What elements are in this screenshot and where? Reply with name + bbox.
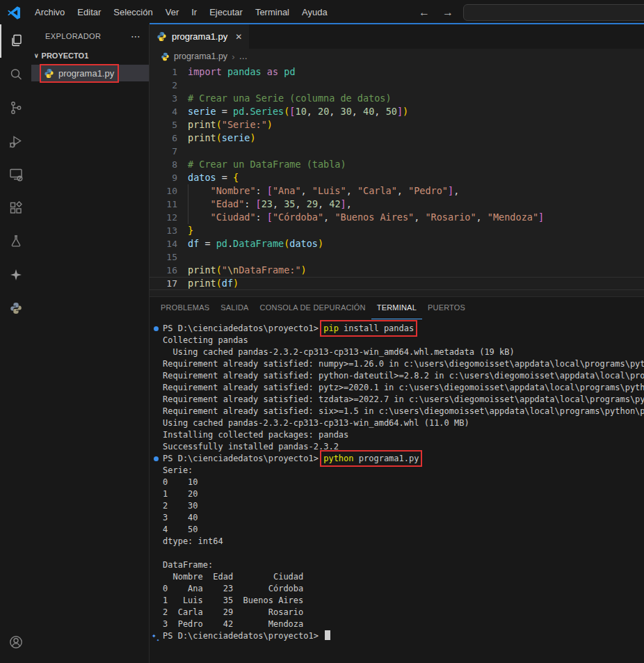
panel-tab-terminal[interactable]: TERMINAL	[371, 297, 422, 319]
menu-ver[interactable]: Ver	[159, 0, 186, 24]
terminal-text-group: Serie:	[163, 465, 193, 475]
code-editor[interactable]: 1import pandas as pd23# Crear una Serie …	[150, 64, 644, 296]
token	[261, 66, 267, 77]
token: )	[403, 106, 408, 117]
token: "Nombre"	[211, 185, 256, 196]
remote-explorer-icon[interactable]	[0, 158, 31, 191]
code-text: "Edad": [23, 35, 29, 42],	[188, 198, 352, 211]
source-control-icon[interactable]	[0, 91, 31, 125]
terminal-text-group: Using cached pandas-2.3.2-cp313-cp313-wi…	[163, 418, 469, 428]
run-debug-icon[interactable]	[0, 125, 31, 158]
menu-archivo[interactable]: Archivo	[29, 0, 71, 24]
terminal-line: DataFrame:	[154, 559, 644, 571]
breadcrumb[interactable]: programa1.py › …	[150, 49, 644, 64]
terminal-text: 3 Pedro 42 Mendoza	[163, 619, 303, 629]
code-line-8: 8# Crear un DataFrame (tabla)	[150, 158, 644, 171]
terminal-text-group: 3 40	[163, 513, 198, 522]
menu-bar: ArchivoEditarSelecciónVerIrEjecutarTermi…	[29, 0, 334, 24]
nav-forward-button[interactable]: →	[442, 6, 453, 19]
sidebar-folder-proyecto1[interactable]: ∨ PROYECTO1	[31, 48, 149, 63]
panel-tab-problemas[interactable]: PROBLEMAS	[155, 297, 215, 319]
terminal-text-group: 2 30	[163, 501, 198, 511]
terminal-line: 4 50	[154, 524, 644, 536]
indent-guide	[188, 184, 188, 198]
code-line-13: 13}	[150, 224, 644, 237]
panel-tab-consola-de-depuracio-n[interactable]: CONSOLA DE DEPURACIÓN	[255, 297, 371, 319]
terminal-text: install pandas	[339, 323, 414, 333]
code-text: "Nombre": ["Ana", "Luis", "Carla", "Pedr…	[188, 184, 459, 198]
token: (	[216, 264, 222, 275]
menu-ir[interactable]: Ir	[185, 0, 203, 24]
token: "Ana"	[273, 185, 301, 196]
nav-back-button[interactable]: ←	[419, 6, 430, 19]
testing-icon[interactable]	[0, 225, 31, 258]
command-center-search[interactable]	[463, 4, 644, 21]
token: :	[256, 211, 267, 223]
terminal-line: Requirement already satisfied: tzdata>=2…	[154, 394, 644, 406]
terminal-text: 2 Carla 29 Rosario	[163, 607, 303, 617]
terminal-text-group: 3 Pedro 42 Mendoza	[163, 619, 303, 629]
line-number: 13	[150, 224, 188, 237]
terminal-text: pip	[323, 323, 339, 333]
terminal-text-group: Using cached pandas-2.3.2-cp313-cp313-wi…	[163, 347, 515, 357]
menu-seleccion[interactable]: Selección	[107, 0, 159, 24]
annotation-red-box-command: python programa1.py	[323, 454, 419, 463]
sparkle-icon[interactable]	[0, 258, 31, 291]
menu-ejecutar[interactable]: Ejecutar	[203, 0, 249, 24]
tab-programa1[interactable]: programa1.py ✕	[150, 24, 249, 49]
token: Series	[250, 106, 284, 117]
code-text: import pandas as pd	[188, 65, 296, 79]
panel-tab-salida[interactable]: SALIDA	[215, 297, 254, 319]
python-icon[interactable]	[0, 291, 31, 325]
code-text: "Ciudad": ["Córdoba", "Buenos Aires", "R…	[188, 211, 544, 224]
line-number: 3	[150, 92, 188, 105]
explorer-more-actions-icon[interactable]: ⋯	[131, 31, 140, 42]
extensions-icon[interactable]	[0, 191, 31, 225]
code-line-12: 12 "Ciudad": ["Córdoba", "Buenos Aires",…	[150, 211, 644, 224]
code-text: datos = {	[188, 171, 239, 184]
token: {	[233, 172, 239, 183]
account-icon[interactable]	[0, 625, 31, 659]
terminal-line: 3 40	[154, 512, 644, 524]
line-number: 9	[150, 171, 188, 184]
token	[188, 185, 211, 196]
token: \n	[227, 264, 239, 275]
menu-ayuda[interactable]: Ayuda	[296, 0, 334, 24]
tab-close-icon[interactable]: ✕	[235, 32, 242, 42]
terminal-line	[154, 548, 644, 559]
terminal-text: Using cached pandas-2.3.2-cp313-cp313-wi…	[163, 418, 469, 428]
terminal-output[interactable]: PS D:\cienciadedatos\proyecto1> pip inst…	[150, 319, 644, 663]
code-line-2: 2	[150, 79, 644, 92]
indent-guide	[188, 211, 188, 224]
code-line-11: 11 "Edad": [23, 35, 29, 42],	[150, 198, 644, 211]
sidebar-item-programa1[interactable]: programa1.py	[31, 65, 149, 81]
command-decoration-icon[interactable]	[154, 326, 159, 331]
terminal-text: Using cached pandas-2.3.2-cp313-cp313-wi…	[163, 347, 515, 357]
token: ,	[352, 106, 363, 117]
terminal-line: 3 Pedro 42 Mendoza	[154, 618, 644, 630]
token: ]	[397, 106, 403, 117]
token: pd	[284, 66, 295, 77]
terminal-line: 0 10	[154, 477, 644, 488]
token: "Buenos Aires"	[335, 211, 414, 223]
terminal-text: python	[323, 454, 353, 463]
code-text: print(df)	[188, 277, 239, 290]
files-icon[interactable]	[0, 24, 31, 58]
code-line-5: 5print("Serie:")	[150, 118, 644, 131]
terminal-text: Requirement already satisfied: numpy>=1.…	[163, 359, 644, 369]
token: "Edad"	[211, 198, 245, 209]
token: "Ciudad"	[211, 211, 256, 223]
editor-tab-bar: programa1.py ✕	[150, 24, 644, 49]
terminal-line: 2 Carla 29 Rosario	[154, 607, 644, 618]
line-number: 1	[150, 65, 188, 79]
copilot-sparkle-icon[interactable]: ✦✦	[152, 630, 161, 641]
menu-editar[interactable]: Editar	[71, 0, 107, 24]
code-text: # Crear una Serie (columna de datos)	[188, 92, 392, 105]
panel-tab-puertos[interactable]: PUERTOS	[422, 297, 471, 319]
terminal-text-group: PS D:\cienciadedatos\proyecto1>	[163, 631, 323, 641]
menu-terminal[interactable]: Terminal	[249, 0, 296, 24]
terminal-text: Successfully installed pandas-2.3.2	[163, 442, 339, 452]
terminal-line: 1 Luis 35 Buenos Aires	[154, 595, 644, 607]
search-icon[interactable]	[0, 58, 31, 91]
command-decoration-icon[interactable]	[154, 456, 159, 461]
